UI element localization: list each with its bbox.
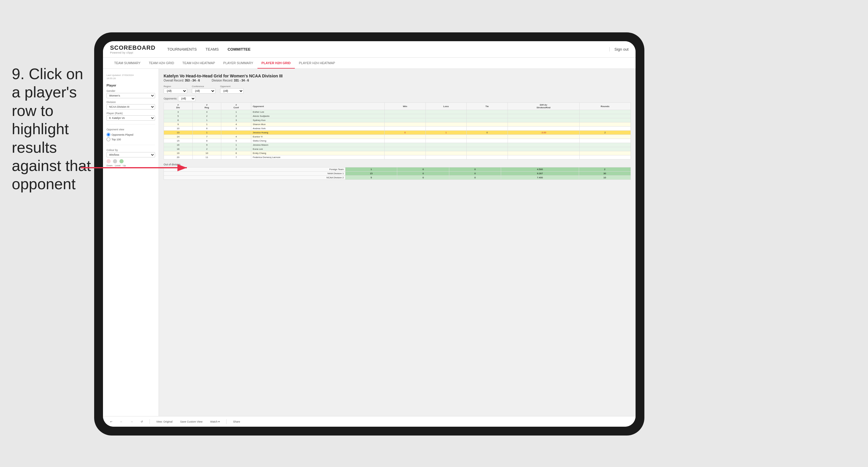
out-division-title: Out of division	[164, 163, 631, 166]
region-filter: Region (All)	[164, 85, 187, 94]
table-row[interactable]: 5 2 2 Alexis Sudjianto	[164, 114, 631, 118]
logo-sub: Powered by clippi	[110, 51, 155, 54]
sidebar-player-title: Player	[106, 84, 155, 87]
out-table: Foreign Team 1 0 0 4.500 2 NAIA Division…	[164, 167, 631, 180]
opponent-filter: Opponent (All)	[220, 85, 244, 94]
table-row[interactable]: 9 1 4 Sharon Mun	[164, 122, 631, 127]
sub-nav: TEAM SUMMARY TEAM H2H GRID TEAM H2H HEAT…	[103, 58, 636, 69]
table-row[interactable]: 14 7 4 Eunice Yi	[164, 135, 631, 139]
forward-button[interactable]: →	[128, 419, 135, 424]
tab-team-h2h-grid[interactable]: TEAM H2H GRID	[145, 58, 178, 68]
sidebar-player-rank-label: Player (Rank)	[106, 112, 155, 115]
table-row[interactable]: 15 8 5 Stella Cheng	[164, 139, 631, 143]
tab-team-summary[interactable]: TEAM SUMMARY	[110, 58, 145, 68]
division-select[interactable]: NCAA Division III	[106, 104, 155, 110]
view-original-button[interactable]: View: Original	[154, 419, 175, 424]
opponent-view-radio-group: Opponents Played Top 100	[106, 133, 155, 141]
sidebar-gender-label: Gender	[106, 89, 155, 92]
col-conf: #Conf	[221, 103, 251, 110]
conference-select[interactable]: (All)	[192, 88, 215, 94]
radio-opponents-played[interactable]: Opponents Played	[106, 133, 155, 136]
h2h-table: #Div #Reg #Conf Opponent Win Loss Tie Di…	[164, 102, 631, 159]
col-reg: #Reg	[192, 103, 221, 110]
sidebar-divider-2	[106, 145, 155, 145]
logo: SCOREBOARD Powered by clippi	[110, 44, 155, 54]
col-div: #Div	[164, 103, 193, 110]
watch-button[interactable]: Watch ▾	[208, 419, 222, 424]
out-of-division: Out of division Foreign Team 1 0 0 4.500…	[164, 163, 631, 180]
col-opponent: Opponent	[251, 103, 384, 110]
main-panel: Katelyn Vo Head-to-Head Grid for Women's…	[159, 69, 636, 416]
table-row[interactable]: 6 1 3 Sydney Kuo	[164, 118, 631, 122]
sign-out-button[interactable]: Sign out	[609, 47, 628, 52]
out-table-row[interactable]: Foreign Team 1 0 0 4.500 2	[164, 167, 631, 172]
out-table-row[interactable]: NAIA Division 1 15 0 0 9.267 30	[164, 172, 631, 176]
sidebar-timestamp: Last Updated: 27/03/2024 16:55:28	[106, 73, 155, 80]
region-select[interactable]: (All)	[164, 88, 187, 94]
sidebar: Last Updated: 27/03/2024 16:55:28 Player…	[103, 69, 159, 416]
main-content: Last Updated: 27/03/2024 16:55:28 Player…	[103, 69, 636, 416]
share-button[interactable]: Share	[231, 419, 243, 424]
refresh-button[interactable]: ↺	[138, 419, 145, 424]
save-custom-button[interactable]: Save Custom View	[178, 419, 205, 424]
col-diff: Diff AvStrokes/Rnd	[507, 103, 579, 110]
logo-main: SCOREBOARD	[110, 44, 155, 51]
sidebar-opponent-view-label: Opponent view	[106, 128, 155, 131]
colour-by-label: Colour by	[106, 149, 155, 152]
nav-tournaments[interactable]: TOURNAMENTS	[167, 46, 196, 53]
division-record: Division Record: 331 - 34 - 6	[212, 79, 249, 82]
bottom-toolbar: ↩ ← → ↺ View: Original Save Custom View …	[103, 416, 636, 427]
tab-player-h2h-heatmap[interactable]: PLAYER H2H HEATMAP	[295, 58, 339, 68]
tablet-frame: SCOREBOARD Powered by clippi TOURNAMENTS…	[94, 32, 644, 436]
nav-committee[interactable]: COMMITTEE	[227, 46, 250, 53]
panel-records: Overall Record: 353 - 34 - 6 Division Re…	[164, 79, 631, 82]
sidebar-division-label: Division	[106, 101, 155, 103]
table-row[interactable]: 3 4 1 Esther Lee	[164, 110, 631, 114]
back-button[interactable]: ←	[118, 419, 125, 424]
undo-button[interactable]: ↩	[108, 419, 115, 424]
tab-team-h2h-heatmap[interactable]: TEAM H2H HEATMAP	[178, 58, 219, 68]
col-rounds: Rounds	[579, 103, 630, 110]
col-loss: Loss	[426, 103, 466, 110]
overall-record: Overall Record: 353 - 34 - 6	[164, 79, 200, 82]
conference-filter: Conference (All)	[192, 85, 215, 94]
col-win: Win	[384, 103, 426, 110]
opponents-filter-select[interactable]: (All)	[178, 96, 196, 101]
table-row[interactable]: 13 1 Jessica Huang 0 1 0 -3.00 2	[164, 131, 631, 135]
tablet-screen: SCOREBOARD Powered by clippi TOURNAMENTS…	[103, 41, 636, 427]
opponent-select[interactable]: (All)	[220, 88, 244, 94]
nav-teams[interactable]: TEAMS	[206, 46, 219, 53]
table-row[interactable]: 20 11 7 Federica Domecq Lacroze	[164, 155, 631, 159]
pink-arrow	[78, 156, 196, 180]
gender-select[interactable]: Women's	[106, 93, 155, 98]
radio-top100[interactable]: Top 100	[106, 137, 155, 141]
tab-player-h2h-grid[interactable]: PLAYER H2H GRID	[257, 58, 295, 68]
tab-player-summary[interactable]: PLAYER SUMMARY	[219, 58, 257, 68]
panel-title: Katelyn Vo Head-to-Head Grid for Women's…	[164, 73, 631, 78]
opponents-filter-label: Opponents:	[164, 97, 178, 100]
table-row[interactable]: 16 9 1 Jessica Mason	[164, 143, 631, 147]
top-nav: SCOREBOARD Powered by clippi TOURNAMENTS…	[103, 41, 636, 58]
out-table-row[interactable]: NCAA Division 2 5 0 0 7.400 10	[164, 176, 631, 180]
player-rank-select[interactable]: 8. Katelyn Vo	[106, 115, 155, 121]
table-row[interactable]: 10 6 3 Andrea York	[164, 127, 631, 131]
nav-links: TOURNAMENTS TEAMS COMMITTEE	[167, 46, 604, 53]
table-row[interactable]: 19 10 6 Emily Chang	[164, 151, 631, 155]
col-tie: Tie	[467, 103, 507, 110]
table-row[interactable]: 18 2 2 Euna Lee	[164, 147, 631, 151]
